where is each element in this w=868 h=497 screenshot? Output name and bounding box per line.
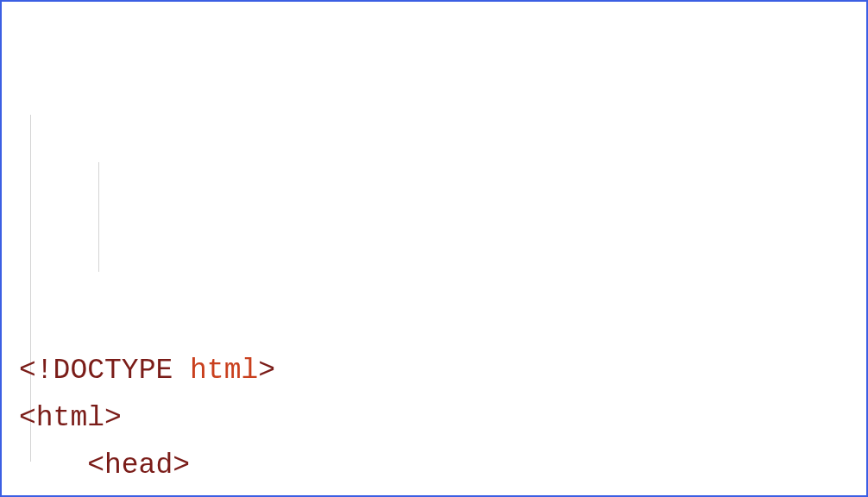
code-block: <!DOCTYPE html><html><head><meta charset… <box>19 14 849 497</box>
code-editor-frame: <!DOCTYPE html><html><head><meta charset… <box>0 0 868 497</box>
punct: > <box>258 355 275 387</box>
doctype-word: DOCTYPE <box>53 355 173 387</box>
punct: > <box>104 402 122 434</box>
punct: < <box>19 402 36 434</box>
indent-guide-2 <box>98 162 99 272</box>
tag-head: head <box>104 450 173 481</box>
space <box>173 355 190 387</box>
punct: > <box>173 450 190 481</box>
code-line-4: <meta charset="utf-8"> <box>19 489 849 497</box>
code-line-2: <html> <box>19 394 849 442</box>
doctype-html: html <box>190 355 258 387</box>
punct: < <box>87 450 104 481</box>
tag-html: html <box>36 402 104 434</box>
code-line-1: <!DOCTYPE html> <box>19 347 849 394</box>
code-line-3: <head> <box>19 442 849 489</box>
punct: <! <box>19 355 53 387</box>
